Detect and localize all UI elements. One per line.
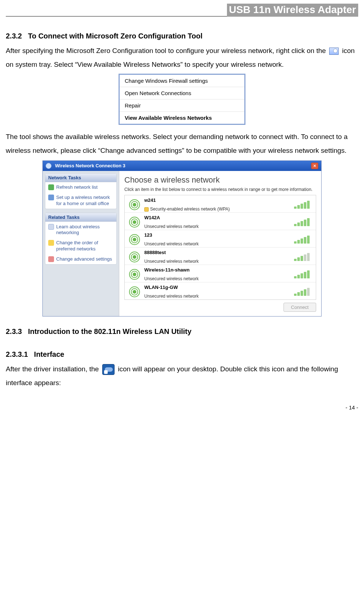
star-icon [48, 240, 54, 246]
heading-num: 2.3.3.1 [6, 350, 28, 358]
network-name: 88888test [144, 250, 290, 255]
window-title-wrap: Wireless Network Connection 3 [46, 163, 125, 169]
network-tasks-panel: Network Tasks Refresh network list Set u… [45, 173, 117, 209]
heading-232: 2.3.2 To Connect with Microsoft Zero Con… [6, 32, 358, 40]
utility-desktop-icon [102, 364, 115, 375]
heading-2331: 2.3.3.1 Interface [6, 350, 358, 359]
heading-num: 2.3.2 [6, 32, 22, 40]
page-header: USB 11n Wireless Adapter [6, 4, 358, 17]
heading-title: To Connect with Microsoft Zero Configura… [28, 32, 202, 40]
sidebar-item-label: Learn about wireless networking [56, 224, 113, 236]
choose-heading: Choose a wireless network [124, 175, 316, 185]
network-info: W142A Unsecured wireless network [144, 215, 290, 229]
para-text: After specifying the Microsoft Zero Conf… [6, 47, 328, 54]
page-number: - 14 - [6, 404, 358, 411]
refresh-icon [48, 184, 54, 190]
sidebar-item-label: Change the order of preferred networks [56, 240, 113, 252]
sidebar-item-advanced[interactable]: Change advanced settings [45, 254, 116, 264]
context-menu-item[interactable]: View Available Wireless Networks [120, 112, 244, 124]
wifi-window-figure: Wireless Network Connection 3 × Network … [42, 160, 322, 317]
main-panel: Choose a wireless network Click an item … [119, 171, 321, 316]
network-info: w241 Security-enabled wireless network (… [144, 197, 290, 212]
network-name: WLAN-11g-GW [144, 285, 290, 290]
network-info: 123 Unsecured wireless network [144, 232, 290, 246]
window-title: Wireless Network Connection 3 [55, 163, 125, 168]
sidebar-item-label: Change advanced settings [56, 256, 112, 262]
doc-title: USB 11n Wireless Adapter [227, 4, 358, 17]
connect-button[interactable]: Connect [284, 303, 316, 312]
wifi-signal-icon [128, 286, 141, 298]
network-desc-text: Security-enabled wireless network (WPA) [150, 207, 230, 212]
network-name: Wireless-11n-shawn [144, 267, 290, 273]
setup-icon [48, 195, 54, 200]
network-desc: Security-enabled wireless network (WPA) [144, 207, 290, 212]
network-name: 123 [144, 232, 290, 238]
window-icon [46, 163, 51, 169]
heading-title: Introduction to the 802.11n Wireless LAN… [28, 327, 191, 335]
heading-title: Interface [34, 350, 64, 358]
context-menu-item[interactable]: Open Network Connections [120, 87, 244, 99]
sidebar-item-refresh[interactable]: Refresh network list [45, 182, 116, 192]
heading-num: 2.3.3 [6, 327, 22, 335]
panel-heading: Network Tasks [45, 173, 116, 182]
related-tasks-panel: Related Tasks Learn about wireless netwo… [45, 213, 117, 265]
network-desc: Unsecured wireless network [144, 224, 290, 229]
para-2331: After the driver installation, the icon … [6, 362, 358, 390]
sidebar-item-learn[interactable]: Learn about wireless networking [45, 222, 116, 238]
sidebar-item-setup[interactable]: Set up a wireless network for a home or … [45, 192, 116, 209]
context-menu-item[interactable]: Repair [120, 99, 244, 112]
settings-icon [48, 256, 54, 262]
signal-strength-icon [294, 287, 312, 296]
network-desc: Unsecured wireless network [144, 276, 290, 281]
network-info: WLAN-11g-GW Unsecured wireless network [144, 285, 290, 299]
network-info: Wireless-11n-shawn Unsecured wireless ne… [144, 267, 290, 281]
sidebar-item-label: Refresh network list [56, 184, 98, 190]
info-icon [48, 224, 54, 230]
sidebar-item-order[interactable]: Change the order of preferred networks [45, 238, 116, 254]
window-titlebar: Wireless Network Connection 3 × [43, 161, 321, 171]
para-232-2: The tool shows the available wireless ne… [6, 130, 358, 158]
network-row[interactable]: w241 Security-enabled wireless network (… [125, 195, 316, 213]
network-row[interactable]: 123 Unsecured wireless network [125, 230, 316, 248]
signal-strength-icon [294, 252, 312, 261]
wifi-signal-icon [128, 233, 141, 246]
close-icon[interactable]: × [311, 163, 318, 169]
context-menu-figure: Change Windows Firewall settings Open Ne… [119, 74, 245, 125]
heading-233: 2.3.3 Introduction to the 802.11n Wirele… [6, 327, 358, 336]
signal-strength-icon [294, 217, 312, 226]
network-name: w241 [144, 197, 290, 203]
wifi-signal-icon [128, 199, 141, 211]
network-info: 88888test Unsecured wireless network [144, 250, 290, 264]
signal-strength-icon [294, 200, 312, 209]
signal-strength-icon [294, 235, 312, 244]
panel-heading: Related Tasks [45, 213, 116, 222]
network-desc: Unsecured wireless network [144, 259, 290, 264]
network-list: w241 Security-enabled wireless network (… [124, 195, 316, 300]
network-row[interactable]: W142A Unsecured wireless network [125, 213, 316, 230]
lock-icon [144, 207, 149, 212]
systray-wifi-icon [329, 48, 339, 55]
network-desc: Unsecured wireless network [144, 241, 290, 246]
signal-strength-icon [294, 270, 312, 278]
network-row[interactable]: 88888test Unsecured wireless network [125, 248, 316, 265]
network-row[interactable]: WLAN-11g-GW Unsecured wireless network [125, 282, 316, 299]
window-footer: Connect [124, 300, 316, 312]
para-232-1: After specifying the Microsoft Zero Conf… [6, 44, 358, 72]
hint-text: Click an item in the list below to conne… [124, 187, 316, 192]
network-desc: Unsecured wireless network [144, 294, 290, 299]
para-text: After the driver installation, the [6, 365, 101, 373]
network-name: W142A [144, 215, 290, 220]
sidebar: Network Tasks Refresh network list Set u… [43, 171, 119, 316]
sidebar-item-label: Set up a wireless network for a home or … [56, 195, 113, 207]
wifi-signal-icon [128, 268, 141, 281]
network-row[interactable]: Wireless-11n-shawn Unsecured wireless ne… [125, 265, 316, 282]
wifi-signal-icon [128, 216, 141, 228]
context-menu-item[interactable]: Change Windows Firewall settings [120, 75, 244, 87]
wifi-signal-icon [128, 251, 141, 263]
